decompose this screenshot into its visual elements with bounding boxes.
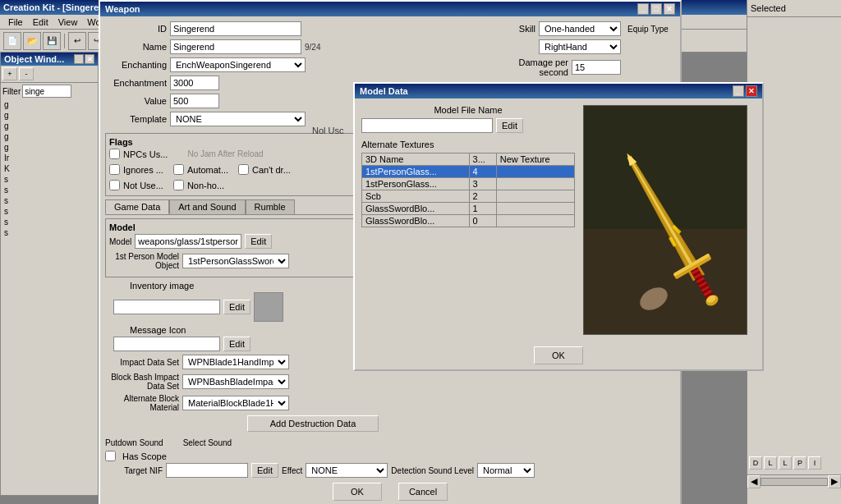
target-nif-edit-button[interactable]: Edit: [251, 463, 278, 478]
object-window-title: Object Wind...: [4, 54, 64, 64]
weapon-minimize[interactable]: _: [637, 3, 649, 15]
list-item[interactable]: s: [1, 174, 98, 185]
inventory-label: Inventory image: [130, 281, 194, 291]
table-row[interactable]: GlassSwordBlo... 1: [362, 203, 575, 215]
value-label: Value: [105, 96, 167, 106]
automatic-checkbox[interactable]: [173, 164, 184, 175]
npcs-use-checkbox[interactable]: [109, 149, 120, 159]
list-item[interactable]: g: [1, 110, 98, 121]
tab-game-data[interactable]: Game Data: [105, 199, 169, 214]
undo-button[interactable]: ↩: [68, 32, 86, 50]
list-item[interactable]: Ir: [1, 153, 98, 163]
obj-tool-2[interactable]: -: [19, 67, 34, 80]
alt-textures-table: 3D Name 3... New Texture 1stPersonGlass.…: [361, 153, 575, 227]
row-name: 1stPersonGlass...: [362, 166, 470, 178]
model-input[interactable]: [135, 234, 241, 249]
save-button[interactable]: 💾: [43, 32, 61, 50]
cant-drop-checkbox[interactable]: [238, 164, 249, 175]
table-row[interactable]: 1stPersonGlass... 4: [362, 166, 575, 178]
target-nif-input[interactable]: [166, 463, 248, 478]
alt-block-dropdown[interactable]: MaterialBlockBlade1Hand: [182, 396, 289, 410]
menu-view[interactable]: View: [53, 17, 83, 27]
model-file-input[interactable]: [361, 118, 493, 133]
table-row[interactable]: 1stPersonGlass... 3: [362, 178, 575, 190]
weapon-ok-button[interactable]: OK: [333, 483, 382, 501]
non-hostile-label: Non-ho...: [187, 181, 224, 190]
row-id: 3: [469, 178, 496, 190]
menu-edit[interactable]: Edit: [28, 17, 53, 27]
new-button[interactable]: 📄: [3, 32, 21, 50]
scroll-left[interactable]: ◀: [747, 475, 761, 488]
tab-art-sound[interactable]: Art and Sound: [169, 199, 245, 214]
value-input[interactable]: [170, 94, 219, 108]
ignores-checkbox[interactable]: [109, 164, 120, 175]
table-row[interactable]: GlassSwordBlo... 0: [362, 215, 575, 227]
inventory-edit-button[interactable]: Edit: [223, 300, 250, 314]
open-button[interactable]: 📂: [23, 32, 41, 50]
model-file-name-label: Model File Name: [361, 105, 575, 115]
weapon-maximize[interactable]: □: [650, 3, 662, 15]
weapon-titlebar: Weapon _ □ ✕: [100, 2, 680, 16]
name-input[interactable]: [170, 39, 301, 54]
table-row[interactable]: Scb 2: [362, 190, 575, 203]
effect-dropdown[interactable]: NONE: [306, 463, 388, 478]
enchanting-dropdown[interactable]: EnchWeaponSingerend: [170, 57, 306, 72]
obj-close[interactable]: ✕: [85, 54, 94, 64]
damage-input[interactable]: [572, 60, 621, 75]
message-icon-input[interactable]: [113, 337, 220, 351]
skill-dropdown[interactable]: One-handed: [539, 21, 621, 36]
scroll-track[interactable]: [761, 478, 828, 486]
detection-dropdown[interactable]: Normal: [477, 463, 535, 478]
enchantment-input[interactable]: [170, 76, 219, 90]
row-texture: [496, 190, 574, 203]
list-item[interactable]: g: [1, 131, 98, 142]
obj-minimize[interactable]: _: [74, 54, 84, 64]
list-item[interactable]: s: [1, 217, 98, 227]
list-item[interactable]: g: [1, 99, 98, 110]
weapon-cancel-button[interactable]: Cancel: [398, 483, 448, 501]
list-item[interactable]: g: [1, 121, 98, 131]
list-item[interactable]: K: [1, 163, 98, 174]
add-destruction-button[interactable]: Add Destruction Data: [247, 415, 379, 432]
list-item[interactable]: s: [1, 195, 98, 206]
model-dialog-ok-button[interactable]: OK: [534, 346, 583, 364]
bottom-scrollbar[interactable]: ◀ ▶: [747, 474, 841, 488]
model-dialog-close[interactable]: ✕: [746, 85, 757, 97]
btn-d[interactable]: D: [749, 456, 762, 470]
not-used-text: Nol Usc: [312, 126, 344, 135]
model-dialog: Model Data _ ✕ Model File Name Edit Alte…: [353, 82, 764, 371]
tab-rumble[interactable]: Rumble: [246, 199, 295, 214]
weapon-close[interactable]: ✕: [664, 3, 675, 15]
has-scope-checkbox[interactable]: [105, 451, 116, 461]
model-dialog-right: [583, 105, 756, 335]
block-bash-dropdown[interactable]: WPNBashBladeImpactSet: [182, 374, 289, 389]
inventory-input[interactable]: [113, 300, 220, 314]
non-hostile-checkbox[interactable]: [173, 180, 184, 190]
list-item[interactable]: s: [1, 206, 98, 217]
btn-p[interactable]: P: [793, 456, 807, 470]
template-dropdown[interactable]: NONE: [170, 112, 306, 126]
impact-dropdown[interactable]: WPNBlade1HandImpactSet: [182, 355, 289, 369]
not-use-checkbox[interactable]: [109, 180, 120, 190]
menu-file[interactable]: File: [3, 17, 28, 27]
filter-input[interactable]: [22, 85, 71, 98]
list-item[interactable]: g: [1, 142, 98, 153]
scroll-right[interactable]: ▶: [828, 475, 841, 488]
id-input[interactable]: [170, 21, 301, 36]
not-use-label: Not Use...: [123, 181, 163, 190]
first-person-label: 1st Person Model Object: [109, 252, 179, 270]
first-person-dropdown[interactable]: 1stPersonGlassSwordSingerend: [182, 254, 289, 268]
btn-l1[interactable]: L: [764, 456, 777, 470]
model-edit-button[interactable]: Edit: [245, 234, 272, 249]
list-item[interactable]: s: [1, 227, 98, 238]
btn-l2[interactable]: L: [779, 456, 792, 470]
model-dialog-minimize[interactable]: _: [733, 85, 744, 97]
equip-type-dropdown[interactable]: RightHand: [539, 39, 621, 54]
btn-i[interactable]: I: [808, 456, 821, 470]
name-label: Name: [105, 42, 167, 52]
damage-label: Damage per second: [494, 57, 568, 77]
obj-tool-1[interactable]: +: [2, 67, 17, 80]
model-file-edit-button[interactable]: Edit: [496, 118, 523, 133]
list-item[interactable]: s: [1, 185, 98, 195]
message-icon-edit-button[interactable]: Edit: [223, 337, 250, 351]
